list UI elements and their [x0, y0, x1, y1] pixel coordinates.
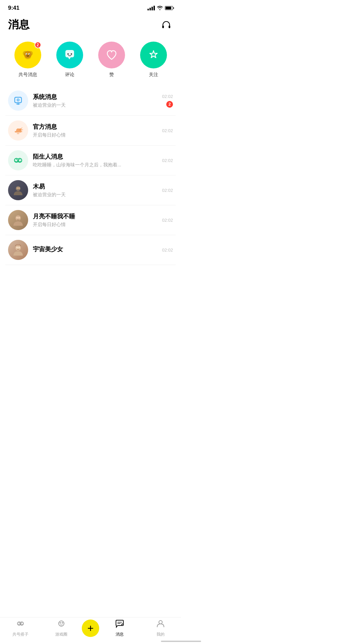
msg-preview-official: 开启每日好心情: [33, 132, 162, 138]
message-item-moon[interactable]: 月亮不睡我不睡 开启每日好心情 02:02: [5, 205, 176, 235]
msg-time-system: 02:02: [162, 94, 173, 99]
msg-preview-stranger: 吃吃睡睡，山珍海味一个月之后，我抱着...: [33, 162, 162, 168]
svg-point-26: [16, 159, 17, 160]
avatar-muyi: [8, 180, 28, 200]
msg-name-official: 官方消息: [33, 123, 162, 131]
svg-point-9: [26, 54, 27, 54]
msg-meta-universe: 02:02: [162, 248, 173, 253]
notif-like-item[interactable]: 赞: [98, 42, 125, 78]
msg-time-muyi: 02:02: [162, 188, 173, 193]
msg-time-universe: 02:02: [162, 248, 173, 253]
status-icons: [147, 5, 173, 11]
msg-meta-muyi: 02:02: [162, 188, 173, 193]
msg-content-moon: 月亮不睡我不睡 开启每日好心情: [33, 212, 162, 228]
avatar-official: [8, 120, 28, 141]
notif-follow-item[interactable]: 关注: [140, 42, 167, 78]
svg-point-31: [15, 215, 21, 221]
msg-name-stranger: 陌生人消息: [33, 153, 162, 161]
msg-preview-system: 被迫营业的一天: [33, 102, 162, 108]
svg-point-27: [19, 159, 20, 160]
svg-point-32: [16, 217, 18, 219]
message-item-official[interactable]: 官方消息 开启每日好心情 02:02: [5, 116, 176, 146]
svg-rect-0: [162, 25, 164, 28]
notif-shared-label: 共号消息: [18, 72, 37, 78]
wifi-icon: [157, 5, 163, 11]
svg-point-30: [18, 187, 20, 189]
svg-point-18: [17, 99, 19, 101]
msg-content-official: 官方消息 开启每日好心情: [33, 123, 162, 138]
header: 消息: [0, 15, 181, 38]
msg-meta-stranger: 02:02: [162, 158, 173, 163]
msg-name-muyi: 木易: [33, 182, 162, 191]
msg-time-stranger: 02:02: [162, 158, 173, 163]
msg-meta-moon: 02:02: [162, 218, 173, 223]
notif-badge-shared: 2: [35, 42, 41, 48]
svg-point-13: [71, 53, 72, 55]
signal-icon: [147, 6, 155, 10]
svg-point-36: [18, 247, 20, 249]
svg-point-19: [17, 133, 19, 134]
notif-comment-circle: [56, 42, 83, 68]
page-title: 消息: [8, 17, 29, 32]
notif-like-label: 赞: [109, 72, 114, 78]
message-item-universe[interactable]: 宇宙美少女 02:02: [5, 235, 176, 265]
msg-time-moon: 02:02: [162, 218, 173, 223]
notif-comment-label: 评论: [65, 72, 74, 78]
notif-shared-item[interactable]: 2 共号消息: [14, 42, 41, 78]
headphone-button[interactable]: [160, 18, 173, 32]
status-bar: 9:41: [0, 0, 181, 15]
msg-name-universe: 宇宙美少女: [33, 245, 162, 253]
msg-name-system: 系统消息: [33, 93, 162, 101]
message-item-muyi[interactable]: 木易 被迫营业的一天 02:02: [5, 175, 176, 205]
msg-content-system: 系统消息 被迫营业的一天: [33, 93, 162, 108]
avatar-universe: [8, 240, 28, 260]
message-item-stranger[interactable]: 陌生人消息 吃吃睡睡，山珍海味一个月之后，我抱着... 02:02: [5, 146, 176, 175]
notif-comment-item[interactable]: 评论: [56, 42, 83, 78]
avatar-moon: [8, 210, 28, 230]
notification-icons-row: 2 共号消息 评论 赞 关注: [0, 38, 181, 86]
svg-point-35: [16, 247, 18, 249]
msg-meta-system: 02:02 2: [162, 94, 173, 108]
notif-follow-label: 关注: [149, 72, 158, 78]
notif-follow-circle: [140, 42, 167, 68]
msg-preview-muyi: 被迫营业的一天: [33, 192, 162, 198]
svg-point-10: [29, 54, 29, 54]
message-list: 系统消息 被迫营业的一天 02:02 2 官方消息 开启每日好心情 02:02: [0, 86, 181, 265]
msg-meta-official: 02:02: [162, 128, 173, 133]
msg-name-moon: 月亮不睡我不睡: [33, 212, 162, 220]
svg-rect-1: [169, 25, 170, 28]
msg-content-muyi: 木易 被迫营业的一天: [33, 182, 162, 198]
battery-icon: [165, 6, 173, 10]
msg-content-stranger: 陌生人消息 吃吃睡睡，山珍海味一个月之后，我抱着...: [33, 153, 162, 168]
msg-content-universe: 宇宙美少女: [33, 245, 162, 255]
notif-shared-circle: 2: [14, 42, 41, 68]
msg-time-official: 02:02: [162, 128, 173, 133]
svg-point-12: [67, 53, 69, 55]
msg-preview-moon: 开启每日好心情: [33, 222, 162, 228]
svg-line-21: [21, 128, 22, 129]
svg-point-33: [18, 217, 20, 219]
message-item-system[interactable]: 系统消息 被迫营业的一天 02:02 2: [5, 86, 176, 116]
avatar-system: [8, 91, 28, 111]
status-time: 9:41: [8, 5, 19, 11]
avatar-stranger: [8, 150, 28, 170]
notif-like-circle: [98, 42, 125, 68]
msg-badge-system: 2: [166, 101, 173, 108]
